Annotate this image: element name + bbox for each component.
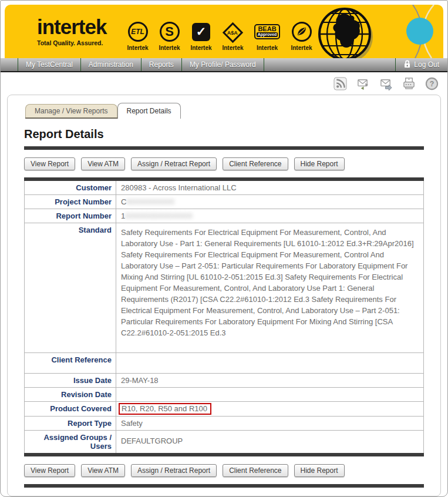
client-reference-button[interactable]: Client Reference — [223, 157, 288, 170]
field-value: 29-MAY-18 — [116, 374, 423, 387]
logo-tagline: Total Quality. Assured. — [37, 39, 106, 46]
hide-report-button[interactable]: Hide Report — [294, 464, 345, 477]
field-label: Customer — [25, 181, 116, 194]
page-bottom-bar — [24, 484, 424, 488]
view-report-button[interactable]: View Report — [24, 464, 75, 477]
leaf-icon — [292, 22, 312, 42]
table-row-report-number: Report Number 100000000000000 — [25, 209, 423, 223]
app-window: intertek Total Quality. Assured. ETL Int… — [0, 0, 448, 497]
view-report-button[interactable]: View Report — [24, 157, 75, 170]
table-row-customer: Customer 280983 - Across International L… — [25, 181, 423, 194]
field-value: Safety — [116, 417, 423, 430]
mail-exchange-icon[interactable] — [356, 77, 370, 90]
field-label: Revision Date — [25, 388, 116, 401]
field-label: Product Covered — [25, 402, 116, 416]
badge-label: Intertek — [127, 45, 148, 51]
tab-report-details[interactable]: Report Details — [117, 103, 181, 119]
table-row-revision-date: Revision Date — [25, 387, 423, 401]
field-value — [116, 353, 423, 373]
table-row-product-covered: Product Covered R10, R20, R50 and R100 — [25, 401, 423, 416]
logo-text: intertek — [37, 16, 106, 37]
field-label: Report Number — [25, 209, 116, 223]
badge-asta: A$A Intertek — [220, 20, 246, 51]
etl-mark-icon: ETL — [128, 22, 148, 42]
view-atm-button[interactable]: View ATM — [81, 464, 125, 477]
assign-retract-report-button[interactable]: Assign / Retract Report — [131, 464, 217, 477]
logout-label: Log Out — [414, 61, 439, 69]
print-icon[interactable] — [402, 77, 416, 90]
help-icon[interactable]: ? — [425, 77, 439, 90]
nav-item-my-testcentral[interactable]: My TestCentral — [18, 58, 81, 71]
nav-spacer — [1, 58, 18, 71]
field-value: 280983 - Across International LLC — [116, 181, 423, 194]
table-row-report-type: Report Type Safety — [25, 416, 423, 430]
field-value: 100000000000000 — [116, 209, 423, 223]
action-buttons-top: View Report View ATM Assign / Retract Re… — [24, 157, 424, 170]
field-value: Safety Requirements For Electrical Equip… — [116, 223, 423, 352]
highlight-annotation-box: R10, R20, R50 and R100 — [119, 403, 211, 415]
beab-approved-icon: BEAB Approved — [254, 24, 281, 40]
table-row-project-number: Project Number C0000000000 — [25, 194, 423, 209]
client-reference-button[interactable]: Client Reference — [223, 464, 288, 477]
field-value: DEFAULTGROUP — [116, 431, 423, 453]
lock-icon — [404, 60, 410, 70]
table-row-standard: Standard Safety Requirements For Electri… — [25, 223, 423, 352]
table-row-client-reference: Client Reference — [25, 352, 423, 373]
badge-label: Intertek — [190, 45, 211, 51]
table-row-assigned-groups-users: Assigned Groups / Users DEFAULTGROUP — [25, 430, 423, 453]
field-value: C0000000000 — [116, 195, 423, 209]
field-value — [116, 388, 423, 401]
badge-etl: ETL Intertek — [124, 20, 151, 51]
masthead: intertek Total Quality. Assured. ETL Int… — [5, 5, 443, 58]
badge-beab: BEAB Approved Intertek — [251, 20, 283, 51]
s-mark-icon: S — [160, 22, 180, 42]
checkmark-icon: ✓ — [192, 23, 210, 41]
logout-button[interactable]: Log Out — [395, 58, 447, 71]
table-row-issue-date: Issue Date 29-MAY-18 — [25, 373, 423, 387]
svg-text:?: ? — [430, 79, 434, 88]
field-label: Standard — [25, 223, 116, 352]
title-divider-bar — [24, 146, 424, 150]
table-bottom-bar — [24, 453, 424, 456]
nav-fill — [264, 58, 396, 71]
redacted-text: 0000000000 — [126, 197, 174, 206]
intertek-logo: intertek Total Quality. Assured. — [37, 16, 106, 46]
utility-icon-strip: ? — [1, 72, 447, 95]
certification-badges: ETL Intertek S Intertek ✓ Intertek A$A I… — [124, 20, 315, 51]
hide-report-button[interactable]: Hide Report — [294, 157, 345, 170]
nav-item-my-profile-password[interactable]: My Profile/ Password — [182, 58, 264, 71]
tab-manage-view-reports[interactable]: Manage / View Reports — [25, 104, 117, 117]
badge-label: Intertek — [159, 45, 180, 51]
field-label: Issue Date — [25, 374, 116, 387]
globe-graphic — [310, 6, 379, 58]
redacted-text: 00000000000000 — [125, 211, 193, 220]
mail-forward-icon[interactable] — [379, 77, 393, 90]
view-atm-button[interactable]: View ATM — [81, 157, 125, 170]
badge-s: S Intertek — [156, 20, 183, 51]
assign-retract-report-button[interactable]: Assign / Retract Report — [131, 157, 217, 170]
nav-item-administration[interactable]: Administration — [81, 58, 142, 71]
badge-label: Intertek — [222, 45, 243, 51]
action-buttons-bottom: View Report View ATM Assign / Retract Re… — [24, 464, 424, 477]
field-value: R10, R20, R50 and R100 — [116, 402, 423, 416]
cyan-dot — [406, 18, 433, 45]
badge-check: ✓ Intertek — [188, 20, 214, 51]
page-title: Report Details — [24, 127, 424, 141]
field-label: Report Type — [25, 417, 116, 430]
nav-item-reports[interactable]: Reports — [142, 58, 182, 71]
field-label: Client Reference — [25, 353, 116, 373]
asta-diamond-icon: A$A — [223, 22, 243, 43]
content-card: Manage / View Reports Report Details Rep… — [7, 95, 441, 496]
tab-strip: Manage / View Reports Report Details — [25, 103, 181, 119]
rss-icon[interactable] — [334, 77, 347, 90]
field-label: Assigned Groups / Users — [25, 431, 116, 453]
orbit-accent-graphic — [378, 5, 443, 58]
field-label: Project Number — [25, 195, 116, 209]
badge-label: Intertek — [291, 45, 312, 51]
report-details-table: Customer 280983 - Across International L… — [24, 181, 424, 453]
main-navbar: My TestCentral Administration Reports My… — [1, 58, 447, 72]
badge-label: Intertek — [257, 45, 278, 51]
